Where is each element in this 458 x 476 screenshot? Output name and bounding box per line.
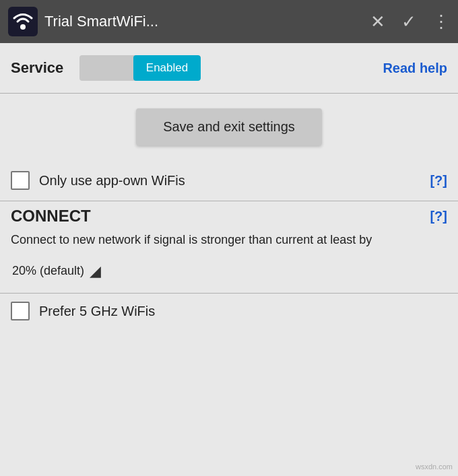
only-own-wifi-checkbox[interactable]	[11, 171, 30, 190]
service-label: Service	[11, 59, 71, 77]
only-own-wifi-row: Only use app-own WiFis [?]	[0, 160, 458, 201]
watermark: wsxdn.com	[416, 463, 453, 471]
app-title: Trial SmartWiFi...	[44, 13, 364, 30]
connect-description: Connect to new network if signal is stro…	[11, 231, 447, 249]
dropdown-value: 20% (default)	[11, 260, 86, 282]
prefer-5ghz-checkbox[interactable]	[11, 302, 30, 320]
close-icon[interactable]: ✕	[370, 11, 385, 32]
more-icon[interactable]: ⋮	[432, 11, 450, 32]
connect-title: CONNECT	[11, 207, 91, 226]
service-row: Service Enabled Read help	[0, 43, 458, 93]
connect-section: CONNECT [?] Connect to new network if si…	[0, 201, 458, 293]
check-icon[interactable]: ✓	[401, 11, 416, 32]
title-bar-actions: ✕ ✓ ⋮	[370, 11, 450, 32]
title-bar: Trial SmartWiFi... ✕ ✓ ⋮	[0, 0, 458, 43]
connect-help-badge[interactable]: [?]	[430, 209, 447, 224]
read-help-link[interactable]: Read help	[383, 61, 447, 76]
app-icon	[8, 7, 38, 36]
bottom-section: Prefer 5 GHz WiFis	[0, 294, 458, 331]
svg-rect-0	[8, 7, 38, 36]
svg-point-1	[20, 24, 26, 30]
connect-header-row: CONNECT [?]	[11, 207, 447, 226]
save-button-row: Save and exit settings	[0, 94, 458, 160]
prefer-5ghz-row: Prefer 5 GHz WiFis	[11, 296, 447, 320]
only-own-wifi-label: Only use app-own WiFis	[39, 173, 420, 189]
main-content: Service Enabled Read help Save and exit …	[0, 43, 458, 476]
save-button[interactable]: Save and exit settings	[136, 108, 322, 145]
dropdown-arrow-icon: ◢	[90, 263, 101, 280]
service-toggle[interactable]: Enabled	[79, 55, 201, 81]
dropdown-row[interactable]: 20% (default) ◢	[11, 257, 447, 293]
toggle-enabled-label: Enabled	[146, 61, 188, 75]
toggle-enabled-thumb[interactable]: Enabled	[133, 55, 201, 81]
only-own-wifi-help-badge[interactable]: [?]	[430, 173, 447, 189]
prefer-5ghz-label: Prefer 5 GHz WiFis	[39, 304, 447, 319]
